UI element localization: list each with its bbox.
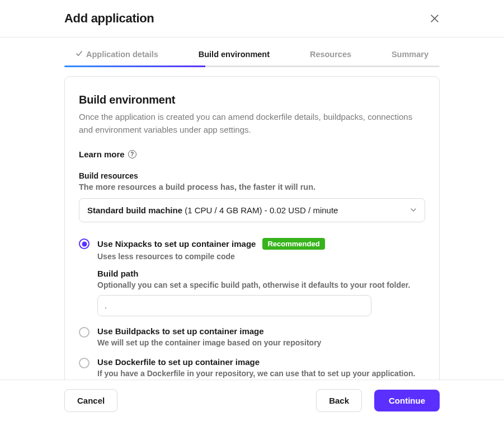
radio-buildpacks: Use Buildpacks to set up container image…: [79, 326, 425, 347]
build-method-radio-group: Use Nixpacks to set up container image R…: [79, 238, 425, 378]
step-label: Resources: [310, 50, 351, 59]
step-label: Summary: [392, 50, 428, 59]
dialog-header: Add application: [0, 0, 504, 38]
build-path-label: Build path: [97, 269, 410, 278]
build-machine-select[interactable]: Standard build machine (1 CPU / 4 GB RAM…: [79, 198, 425, 222]
build-machine-value: Standard build machine (1 CPU / 4 GB RAM…: [87, 205, 338, 215]
radio-nixpacks-desc: Uses less resources to compile code: [97, 252, 410, 261]
step-label: Application details: [86, 50, 158, 59]
step-label: Build environment: [199, 50, 270, 59]
learn-more-text: Learn more: [79, 149, 125, 159]
radio-dockerfile: Use Dockerfile to set up container image…: [79, 357, 425, 378]
radio-dockerfile-desc: If you have a Dockerfile in your reposit…: [97, 369, 415, 378]
radio-input-nixpacks[interactable]: [79, 238, 90, 249]
progress-track: [64, 66, 440, 67]
build-machine-spec: (1 CPU / 4 GB RAM) - 0.02 USD / minute: [182, 205, 338, 215]
build-path-input[interactable]: [97, 295, 371, 316]
step-resources[interactable]: Resources: [310, 50, 351, 59]
learn-more-link[interactable]: Learn more ?: [79, 149, 425, 159]
close-icon[interactable]: [430, 13, 440, 24]
section-title: Build environment: [79, 93, 425, 106]
build-resources-desc: The more resources a build process has, …: [79, 183, 425, 191]
radio-input-buildpacks[interactable]: [79, 327, 90, 338]
section-description: Once the application is created you can …: [79, 111, 425, 136]
radio-buildpacks-desc: We will set up the container image based…: [97, 338, 321, 347]
content: Application details Build environment Re…: [0, 38, 504, 394]
dialog-title: Add application: [64, 11, 154, 26]
step-build-environment[interactable]: Build environment: [199, 50, 270, 59]
progress-fill: [64, 66, 205, 67]
chevron-down-icon: [410, 205, 417, 215]
check-icon: [76, 50, 83, 59]
radio-nixpacks-title: Use Nixpacks to set up container image: [97, 239, 256, 249]
radio-buildpacks-title: Use Buildpacks to set up container image: [97, 326, 264, 336]
radio-input-dockerfile[interactable]: [79, 358, 90, 368]
recommended-badge: Recommended: [262, 238, 324, 250]
wizard-steps: Application details Build environment Re…: [64, 38, 440, 66]
build-resources-label: Build resources: [79, 171, 425, 180]
help-icon: ?: [128, 150, 136, 158]
back-button[interactable]: Back: [316, 389, 362, 412]
build-machine-name: Standard build machine: [87, 205, 182, 215]
dialog-footer: Cancel Back Continue: [0, 380, 504, 421]
radio-dockerfile-title: Use Dockerfile to set up container image: [97, 357, 260, 367]
step-summary[interactable]: Summary: [392, 50, 428, 59]
cancel-button[interactable]: Cancel: [64, 389, 117, 412]
radio-nixpacks: Use Nixpacks to set up container image R…: [79, 238, 425, 316]
build-env-card: Build environment Once the application i…: [64, 76, 440, 394]
build-path-desc: Optionally you can set a specific build …: [97, 280, 410, 289]
continue-button[interactable]: Continue: [374, 390, 440, 411]
step-application-details[interactable]: Application details: [76, 50, 158, 59]
